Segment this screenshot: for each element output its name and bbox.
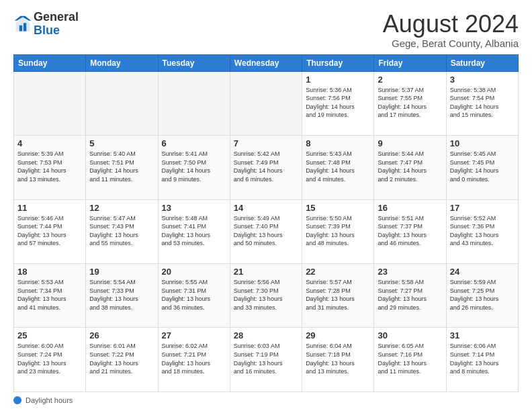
calendar-cell: 23Sunrise: 5:58 AM Sunset: 7:27 PM Dayli… bbox=[374, 264, 446, 328]
day-info: Sunrise: 5:40 AM Sunset: 7:51 PM Dayligh… bbox=[89, 150, 154, 183]
calendar-cell: 11Sunrise: 5:46 AM Sunset: 7:44 PM Dayli… bbox=[14, 199, 86, 263]
calendar-cell: 16Sunrise: 5:51 AM Sunset: 7:37 PM Dayli… bbox=[374, 199, 446, 263]
day-number: 14 bbox=[234, 203, 298, 213]
day-number: 2 bbox=[378, 75, 442, 85]
header: General Blue August 2024 Gege, Berat Cou… bbox=[13, 11, 519, 49]
calendar-cell bbox=[230, 71, 302, 135]
day-info: Sunrise: 5:36 AM Sunset: 7:56 PM Dayligh… bbox=[306, 86, 370, 120]
day-number: 5 bbox=[89, 138, 154, 148]
day-info: Sunrise: 5:50 AM Sunset: 7:39 PM Dayligh… bbox=[306, 214, 370, 248]
logo: General Blue bbox=[13, 11, 79, 38]
day-info: Sunrise: 5:46 AM Sunset: 7:44 PM Dayligh… bbox=[17, 214, 82, 248]
day-info: Sunrise: 5:47 AM Sunset: 7:43 PM Dayligh… bbox=[89, 214, 154, 248]
day-number: 25 bbox=[17, 330, 82, 340]
day-number: 20 bbox=[162, 267, 226, 277]
day-number: 3 bbox=[450, 75, 515, 85]
calendar-cell: 4Sunrise: 5:39 AM Sunset: 7:53 PM Daylig… bbox=[14, 136, 86, 199]
day-info: Sunrise: 5:53 AM Sunset: 7:34 PM Dayligh… bbox=[17, 278, 82, 312]
calendar-cell: 12Sunrise: 5:47 AM Sunset: 7:43 PM Dayli… bbox=[86, 199, 158, 263]
day-number: 31 bbox=[450, 330, 515, 340]
day-number: 10 bbox=[450, 138, 515, 148]
calendar-cell bbox=[158, 71, 230, 135]
day-number: 12 bbox=[89, 203, 154, 213]
day-number: 4 bbox=[17, 138, 82, 148]
weekday-header-tuesday: Tuesday bbox=[158, 54, 230, 71]
calendar-cell: 13Sunrise: 5:48 AM Sunset: 7:41 PM Dayli… bbox=[158, 199, 230, 263]
subtitle: Gege, Berat County, Albania bbox=[383, 38, 519, 49]
main-title: August 2024 bbox=[383, 11, 519, 38]
calendar-cell: 10Sunrise: 5:45 AM Sunset: 7:45 PM Dayli… bbox=[446, 136, 518, 199]
day-number: 9 bbox=[378, 138, 442, 148]
calendar-week-4: 18Sunrise: 5:53 AM Sunset: 7:34 PM Dayli… bbox=[14, 264, 519, 328]
calendar-cell: 30Sunrise: 6:05 AM Sunset: 7:16 PM Dayli… bbox=[374, 328, 446, 392]
calendar-cell: 19Sunrise: 5:54 AM Sunset: 7:33 PM Dayli… bbox=[86, 264, 158, 328]
day-number: 16 bbox=[378, 203, 442, 213]
calendar-cell: 26Sunrise: 6:01 AM Sunset: 7:22 PM Dayli… bbox=[86, 328, 158, 392]
day-number: 8 bbox=[306, 138, 370, 148]
title-block: August 2024 Gege, Berat County, Albania bbox=[383, 11, 519, 49]
weekday-header-row: SundayMondayTuesdayWednesdayThursdayFrid… bbox=[14, 54, 519, 71]
day-number: 27 bbox=[162, 330, 226, 340]
day-info: Sunrise: 5:54 AM Sunset: 7:33 PM Dayligh… bbox=[89, 278, 154, 312]
day-info: Sunrise: 5:39 AM Sunset: 7:53 PM Dayligh… bbox=[17, 150, 82, 183]
day-info: Sunrise: 6:02 AM Sunset: 7:21 PM Dayligh… bbox=[162, 342, 226, 375]
day-info: Sunrise: 5:37 AM Sunset: 7:55 PM Dayligh… bbox=[378, 86, 442, 120]
day-number: 22 bbox=[306, 267, 370, 277]
calendar-week-3: 11Sunrise: 5:46 AM Sunset: 7:44 PM Dayli… bbox=[14, 199, 519, 263]
calendar-cell bbox=[86, 71, 158, 135]
day-number: 18 bbox=[17, 267, 82, 277]
weekday-header-thursday: Thursday bbox=[302, 54, 374, 71]
calendar-cell: 15Sunrise: 5:50 AM Sunset: 7:39 PM Dayli… bbox=[302, 199, 374, 263]
calendar-week-1: 1Sunrise: 5:36 AM Sunset: 7:56 PM Daylig… bbox=[14, 71, 519, 135]
calendar-cell: 5Sunrise: 5:40 AM Sunset: 7:51 PM Daylig… bbox=[86, 136, 158, 199]
calendar-cell bbox=[14, 71, 86, 135]
calendar-cell: 7Sunrise: 5:42 AM Sunset: 7:49 PM Daylig… bbox=[230, 136, 302, 199]
calendar-cell: 25Sunrise: 6:00 AM Sunset: 7:24 PM Dayli… bbox=[14, 328, 86, 392]
day-number: 30 bbox=[378, 330, 442, 340]
day-info: Sunrise: 6:06 AM Sunset: 7:14 PM Dayligh… bbox=[450, 342, 515, 375]
calendar-cell: 20Sunrise: 5:55 AM Sunset: 7:31 PM Dayli… bbox=[158, 264, 230, 328]
day-info: Sunrise: 5:51 AM Sunset: 7:37 PM Dayligh… bbox=[378, 214, 442, 248]
day-info: Sunrise: 5:38 AM Sunset: 7:54 PM Dayligh… bbox=[450, 86, 515, 120]
calendar-cell: 24Sunrise: 5:59 AM Sunset: 7:25 PM Dayli… bbox=[446, 264, 518, 328]
day-info: Sunrise: 5:42 AM Sunset: 7:49 PM Dayligh… bbox=[234, 150, 298, 183]
svg-rect-3 bbox=[19, 26, 22, 32]
day-number: 17 bbox=[450, 203, 515, 213]
day-number: 15 bbox=[306, 203, 370, 213]
weekday-header-monday: Monday bbox=[86, 54, 158, 71]
day-info: Sunrise: 5:59 AM Sunset: 7:25 PM Dayligh… bbox=[450, 278, 515, 312]
day-number: 11 bbox=[17, 203, 82, 213]
calendar-cell: 17Sunrise: 5:52 AM Sunset: 7:36 PM Dayli… bbox=[446, 199, 518, 263]
day-info: Sunrise: 5:48 AM Sunset: 7:41 PM Dayligh… bbox=[162, 214, 226, 248]
day-number: 26 bbox=[89, 330, 154, 340]
svg-rect-4 bbox=[24, 23, 26, 31]
day-info: Sunrise: 6:03 AM Sunset: 7:19 PM Dayligh… bbox=[234, 342, 298, 375]
weekday-header-sunday: Sunday bbox=[14, 54, 86, 71]
weekday-header-friday: Friday bbox=[374, 54, 446, 71]
day-info: Sunrise: 5:58 AM Sunset: 7:27 PM Dayligh… bbox=[378, 278, 442, 312]
day-number: 13 bbox=[162, 203, 226, 213]
day-info: Sunrise: 6:01 AM Sunset: 7:22 PM Dayligh… bbox=[89, 342, 154, 375]
calendar-cell: 21Sunrise: 5:56 AM Sunset: 7:30 PM Dayli… bbox=[230, 264, 302, 328]
day-info: Sunrise: 6:00 AM Sunset: 7:24 PM Dayligh… bbox=[17, 342, 82, 375]
calendar-week-5: 25Sunrise: 6:00 AM Sunset: 7:24 PM Dayli… bbox=[14, 328, 519, 392]
calendar-cell: 28Sunrise: 6:03 AM Sunset: 7:19 PM Dayli… bbox=[230, 328, 302, 392]
calendar-week-2: 4Sunrise: 5:39 AM Sunset: 7:53 PM Daylig… bbox=[14, 136, 519, 199]
day-number: 24 bbox=[450, 267, 515, 277]
day-number: 19 bbox=[89, 267, 154, 277]
calendar-cell: 6Sunrise: 5:41 AM Sunset: 7:50 PM Daylig… bbox=[158, 136, 230, 199]
calendar-cell: 1Sunrise: 5:36 AM Sunset: 7:56 PM Daylig… bbox=[302, 71, 374, 135]
calendar-cell: 18Sunrise: 5:53 AM Sunset: 7:34 PM Dayli… bbox=[14, 264, 86, 328]
page: General Blue August 2024 Gege, Berat Cou… bbox=[0, 0, 532, 411]
calendar-cell: 29Sunrise: 6:04 AM Sunset: 7:18 PM Dayli… bbox=[302, 328, 374, 392]
calendar-cell: 2Sunrise: 5:37 AM Sunset: 7:55 PM Daylig… bbox=[374, 71, 446, 135]
day-number: 6 bbox=[162, 138, 226, 148]
footer-label: Daylight hours bbox=[26, 396, 73, 404]
day-info: Sunrise: 5:43 AM Sunset: 7:48 PM Dayligh… bbox=[306, 150, 370, 183]
calendar-cell: 14Sunrise: 5:49 AM Sunset: 7:40 PM Dayli… bbox=[230, 199, 302, 263]
day-number: 21 bbox=[234, 267, 298, 277]
day-info: Sunrise: 5:45 AM Sunset: 7:45 PM Dayligh… bbox=[450, 150, 515, 183]
day-info: Sunrise: 6:04 AM Sunset: 7:18 PM Dayligh… bbox=[306, 342, 370, 375]
day-number: 28 bbox=[234, 330, 298, 340]
day-info: Sunrise: 5:56 AM Sunset: 7:30 PM Dayligh… bbox=[234, 278, 298, 312]
